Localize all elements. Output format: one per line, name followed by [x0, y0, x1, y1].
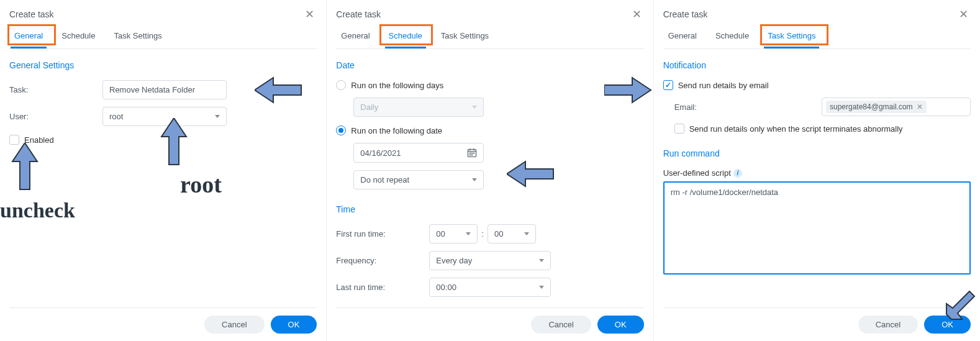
script-textarea[interactable]	[663, 181, 971, 275]
chevron-down-icon	[466, 232, 471, 235]
ok-button[interactable]: OK	[924, 316, 971, 334]
svg-marker-2	[12, 143, 37, 189]
run-days-radio[interactable]	[336, 80, 346, 90]
tab-general[interactable]: General	[11, 26, 47, 48]
cancel-button[interactable]: Cancel	[204, 316, 264, 334]
svg-rect-7	[470, 153, 471, 154]
tab-bar: General Schedule Task Settings	[663, 26, 971, 49]
send-email-checkbox[interactable]	[663, 80, 673, 90]
date-input[interactable]: 04/16/2021	[353, 143, 484, 163]
tab-general[interactable]: General	[337, 26, 373, 48]
first-run-hour-select[interactable]: 00	[429, 224, 478, 243]
first-run-label: First run time:	[336, 229, 429, 239]
user-select-value: root	[109, 112, 123, 121]
time-colon: :	[481, 229, 484, 239]
section-notification: Notification	[663, 60, 971, 70]
run-days-label: Run on the following days	[351, 81, 443, 90]
close-icon[interactable]: ✕	[630, 7, 644, 21]
tab-schedule[interactable]: Schedule	[712, 26, 753, 48]
enabled-label: Enabled	[24, 135, 54, 145]
frequency-label: Frequency:	[336, 256, 429, 265]
user-select[interactable]: root	[102, 107, 227, 126]
email-input[interactable]: supergate84@gmail.com ✕	[822, 98, 971, 116]
pane-schedule: Create task ✕ General Schedule Task Sett…	[327, 0, 653, 341]
section-run-command: Run command	[663, 148, 971, 158]
arrow-annotation	[6, 143, 43, 193]
section-date: Date	[336, 60, 643, 70]
days-select: Daily	[353, 98, 484, 117]
pane-general: Create task ✕ General Schedule Task Sett…	[0, 0, 327, 341]
info-icon[interactable]: i	[733, 169, 742, 178]
enabled-checkbox[interactable]	[9, 135, 19, 145]
run-date-radio[interactable]	[336, 125, 346, 135]
user-label: User:	[9, 112, 102, 121]
abnormal-only-checkbox[interactable]	[674, 124, 684, 134]
svg-rect-8	[471, 153, 473, 154]
pane-task-settings: Create task ✕ General Schedule Task Sett…	[654, 0, 980, 341]
calendar-icon	[467, 148, 477, 158]
ok-button[interactable]: OK	[597, 316, 644, 334]
tab-task-settings[interactable]: Task Settings	[110, 26, 165, 48]
dialog-title: Create task	[663, 9, 708, 19]
email-label: Email:	[663, 102, 701, 112]
tab-schedule[interactable]: Schedule	[58, 26, 99, 48]
close-icon[interactable]: ✕	[302, 7, 317, 21]
send-email-label: Send run details by email	[678, 81, 769, 90]
run-date-label: Run on the following date	[351, 126, 442, 135]
remove-tag-icon[interactable]: ✕	[917, 102, 923, 111]
task-input[interactable]	[102, 80, 227, 99]
annotation-text-root: root	[180, 171, 222, 198]
chevron-down-icon	[472, 178, 477, 181]
abnormal-only-label: Send run details only when the script te…	[689, 124, 903, 134]
annotation-text-uncheck: uncheck	[0, 199, 75, 222]
tab-bar: General Schedule Task Settings	[9, 26, 317, 49]
repeat-value: Do not repeat	[360, 175, 409, 184]
date-value: 04/16/2021	[360, 148, 401, 158]
section-general-settings: General Settings	[9, 60, 317, 70]
email-tag: supergate84@gmail.com ✕	[826, 101, 927, 113]
section-time: Time	[336, 204, 643, 214]
task-label: Task:	[9, 85, 102, 94]
cancel-button[interactable]: Cancel	[531, 316, 591, 334]
days-select-value: Daily	[360, 102, 378, 112]
repeat-select[interactable]: Do not repeat	[353, 170, 484, 189]
svg-rect-11	[471, 155, 473, 156]
svg-rect-10	[470, 155, 471, 156]
chevron-down-icon	[215, 115, 220, 118]
first-run-min-select[interactable]: 00	[488, 224, 536, 243]
tab-bar: General Schedule Task Settings	[336, 26, 643, 49]
close-icon[interactable]: ✕	[956, 7, 971, 21]
chevron-down-icon	[539, 286, 544, 289]
chevron-down-icon	[539, 259, 544, 262]
svg-rect-9	[473, 153, 474, 154]
dialog-title: Create task	[9, 9, 54, 19]
chevron-down-icon	[524, 232, 529, 235]
cancel-button[interactable]: Cancel	[858, 316, 918, 334]
tab-general[interactable]: General	[665, 26, 701, 48]
script-label: User-defined script	[663, 168, 731, 178]
last-run-select[interactable]: 00:00	[429, 278, 551, 297]
last-run-label: Last run time:	[336, 283, 429, 292]
ok-button[interactable]: OK	[271, 316, 317, 334]
tab-schedule[interactable]: Schedule	[385, 26, 426, 48]
frequency-select[interactable]: Every day	[429, 251, 551, 270]
dialog-title: Create task	[336, 9, 381, 19]
chevron-down-icon	[472, 106, 477, 109]
tab-task-settings[interactable]: Task Settings	[437, 26, 492, 48]
tab-task-settings[interactable]: Task Settings	[764, 26, 819, 48]
